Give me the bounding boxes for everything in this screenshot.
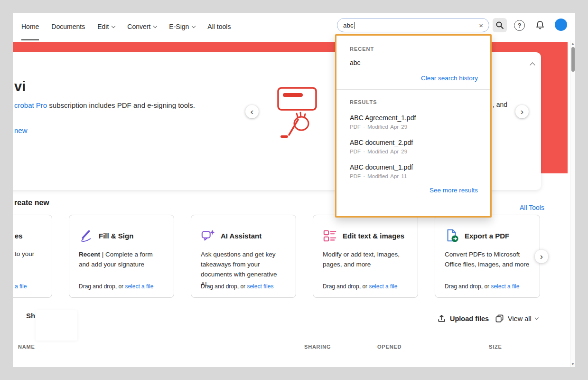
nav-all-tools[interactable]: All tools — [207, 13, 231, 40]
acrobat-pro-link[interactable]: crobat Pro — [14, 101, 47, 109]
select-file-link[interactable]: select a file — [125, 283, 153, 290]
whats-new-link[interactable]: new — [14, 126, 28, 134]
carousel-text-fragment: , and — [493, 101, 507, 108]
column-header-sharing[interactable]: SHARING — [304, 344, 331, 350]
upload-icon — [437, 314, 446, 323]
screen: Home Documents Edit Convert E-Sign All t… — [0, 0, 588, 380]
result-title: ABC document_1.pdf — [350, 163, 478, 171]
search-input[interactable]: abc × — [337, 18, 489, 32]
card-body-fragment: to your — [15, 250, 34, 257]
ai-assistant-icon — [201, 228, 215, 243]
nav-esign-label: E-Sign — [169, 23, 189, 30]
chevron-down-icon — [534, 316, 538, 320]
card-footer: Drag and drop, or select a file — [445, 283, 519, 290]
scrollbar[interactable]: ▲ ▼ — [570, 40, 575, 367]
see-more-results-link[interactable]: See more results — [429, 187, 478, 194]
files-section-heading: Sh — [26, 312, 35, 320]
clear-search-icon[interactable]: × — [479, 22, 483, 29]
result-title: ABC Agreement_1.pdf — [350, 114, 478, 122]
card-title: AI Assistant — [221, 232, 261, 240]
chevron-down-icon — [112, 24, 115, 28]
tool-card-fill-sign[interactable]: Fill & Sign Recent | Complete a form and… — [69, 215, 174, 298]
card-footer: Drag and drop, or select a file — [323, 283, 397, 290]
view-all-label: View all — [508, 315, 532, 323]
card-description: Modify or add text, images, pages, and m… — [323, 249, 408, 269]
view-all-icon — [495, 314, 504, 323]
search-suggestions-panel: RECENT abc Clear search history RESULTS … — [335, 34, 492, 218]
subscription-text-rest: subscription includes PDF and e-signing … — [47, 101, 195, 109]
collapse-banner-button[interactable] — [527, 59, 538, 70]
upload-files-button[interactable]: Upload files — [437, 314, 489, 323]
column-header-name[interactable]: NAME — [18, 344, 35, 350]
card-title-fragment: es — [15, 232, 23, 240]
tool-card-ai-assistant[interactable]: AI Assistant Ask questions and get key t… — [191, 215, 296, 298]
search-query-text: abc — [343, 22, 354, 29]
card-title: Edit text & images — [343, 232, 404, 240]
tool-card-export-pdf[interactable]: Export a PDF Convert PDFs to Microsoft O… — [435, 215, 540, 298]
tool-card-edit-text-images[interactable]: Edit text & images Modify or add text, i… — [313, 215, 418, 298]
tool-card-cut[interactable]: es to your a file — [13, 215, 52, 298]
card-title: Export a PDF — [465, 232, 509, 240]
card-description: Recent | Complete a form and add your si… — [79, 249, 164, 269]
nav-edit-label: Edit — [97, 23, 109, 30]
search-result-item[interactable]: ABC Agreement_1.pdf PDF · Modified Apr 2… — [350, 114, 478, 130]
results-section-label: RESULTS — [350, 99, 478, 105]
clear-search-history-link[interactable]: Clear search history — [421, 75, 478, 82]
carousel-next-button[interactable]: › — [515, 105, 529, 118]
scroll-up-arrow[interactable]: ▲ — [570, 42, 575, 45]
result-meta: PDF · Modified Apr 29 — [350, 124, 478, 130]
avatar[interactable] — [555, 19, 567, 31]
card-description: Convert PDFs to Microsoft Office files, … — [445, 249, 530, 269]
scrollbar-thumb[interactable] — [571, 47, 575, 72]
tool-cards-row: es to your a file Fill & Sign Recent | C… — [13, 215, 540, 298]
search-result-item[interactable]: ABC document_1.pdf PDF · Modified Apr 11 — [350, 163, 478, 179]
chevron-up-icon — [530, 62, 535, 67]
search-button[interactable] — [493, 18, 507, 32]
help-icon[interactable]: ? — [514, 20, 525, 31]
nav-home[interactable]: Home — [21, 13, 39, 40]
all-tools-link[interactable]: All Tools — [520, 204, 544, 211]
subscription-text: crobat Pro subscription includes PDF and… — [14, 101, 195, 109]
fill-sign-icon — [79, 228, 93, 243]
search-icon — [495, 21, 504, 29]
search-result-item[interactable]: ABC document_2.pdf PDF · Modified Apr 29 — [350, 139, 478, 154]
select-file-link[interactable]: select a file — [369, 283, 397, 290]
nav-edit[interactable]: Edit — [97, 13, 115, 40]
result-meta: PDF · Modified Apr 11 — [350, 173, 478, 179]
nav-convert[interactable]: Convert — [127, 13, 157, 40]
blurred-overlay — [36, 310, 77, 341]
hero-greeting: vi — [14, 79, 26, 95]
card-footer: Drag and drop, or select files — [201, 283, 273, 290]
notifications-bell-icon[interactable] — [535, 20, 545, 30]
chevron-down-icon — [153, 24, 157, 28]
recent-search-item[interactable]: abc — [350, 59, 478, 66]
column-header-opened[interactable]: OPENED — [377, 344, 401, 350]
cards-next-button[interactable]: › — [535, 250, 548, 263]
text-cursor — [354, 22, 355, 29]
carousel-prev-button[interactable]: ‹ — [245, 105, 259, 118]
result-meta: PDF · Modified Apr 29 — [350, 149, 478, 154]
upload-files-label: Upload files — [450, 315, 489, 323]
column-header-size[interactable]: SIZE — [489, 344, 502, 350]
card-footer: Drag and drop, or select a file — [79, 283, 153, 290]
edit-text-images-icon — [323, 228, 337, 243]
scroll-down-arrow[interactable]: ▼ — [570, 362, 575, 366]
select-file-link[interactable]: select a file — [491, 283, 519, 290]
nav-esign[interactable]: E-Sign — [169, 13, 195, 40]
hero-illustration — [277, 86, 324, 140]
divider — [336, 89, 490, 90]
create-new-heading: reate new — [14, 199, 49, 207]
chevron-down-icon — [192, 24, 196, 28]
acrobat-app-window: Home Documents Edit Convert E-Sign All t… — [13, 13, 575, 367]
view-all-button[interactable]: View all — [495, 314, 538, 323]
nav-convert-label: Convert — [127, 23, 150, 30]
export-pdf-icon — [445, 228, 459, 243]
nav-documents[interactable]: Documents — [51, 13, 85, 40]
select-files-link[interactable]: select files — [247, 283, 273, 290]
card-title: Fill & Sign — [99, 232, 133, 240]
recent-section-label: RECENT — [350, 46, 478, 52]
select-file-link[interactable]: a file — [15, 283, 27, 290]
result-title: ABC document_2.pdf — [350, 139, 478, 146]
